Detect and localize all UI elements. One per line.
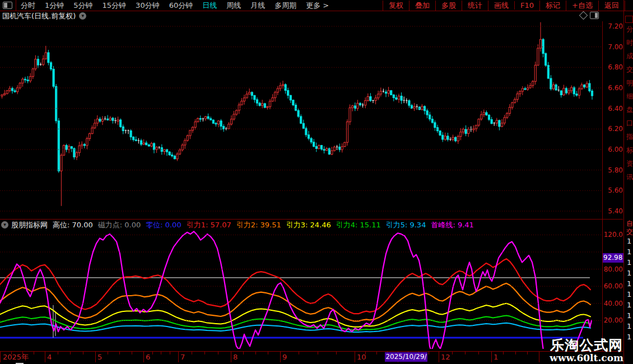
minor-tick [478, 352, 479, 354]
strip-glyph: 时 [626, 39, 633, 46]
indicator-tick-label: 60.00 [601, 283, 623, 290]
strip-glyph: 讯 [626, 174, 633, 180]
price-tick-label: 7.20 [604, 23, 623, 30]
indicator-param-9: 首峰线: 9.41 [431, 220, 473, 230]
strip-number: 1 [627, 280, 633, 287]
minor-tick [336, 352, 337, 354]
strip-number: 1 [627, 291, 633, 298]
month-tick [95, 352, 96, 362]
watermark-name: 乐淘公式网 [550, 338, 623, 353]
price-tick-label: 5.40 [604, 208, 623, 214]
month-label: 5 [97, 353, 102, 361]
month-label: 9 [282, 353, 287, 361]
strip-glyph: 明 [626, 80, 633, 86]
indicator-tick-label: 20.00 [601, 317, 623, 324]
indicator-tick-label: 40.00 [601, 300, 623, 307]
month-tick [280, 352, 281, 362]
month-tick [45, 352, 45, 362]
indicator-chevron-icon[interactable]: ▾ [1, 221, 8, 228]
month-label: 6 [146, 353, 150, 361]
minor-tick [119, 352, 120, 354]
minor-tick [515, 352, 516, 354]
price-tick-label: 6.00 [604, 146, 623, 153]
strip-button-icon[interactable] [625, 16, 633, 23]
month-label: 8 [233, 353, 238, 361]
strip-glyph: 交 [626, 66, 633, 73]
month-label: 12 [441, 353, 450, 361]
strip-glyph: 盘 [626, 106, 633, 113]
indicator-tick-label: 120.0 [601, 231, 623, 238]
minor-tick [527, 352, 528, 354]
strip-number: 1 [627, 259, 633, 266]
indicator-param-1: 高位: 70.00 [53, 220, 93, 230]
strip-glyph: 交 [626, 228, 633, 235]
minor-tick [318, 352, 318, 354]
indicator-param-5: 引力2: 39.51 [236, 220, 281, 230]
minor-tick [204, 352, 205, 354]
right-sidebar-strip[interactable]: 分时成交明细盘口指标资讯自交1111111111 [623, 0, 633, 364]
indicator-param-2: 磁力点: 0.00 [98, 220, 141, 230]
indicator-param-8: 引力5: 9.34 [386, 220, 426, 230]
minor-tick [255, 352, 256, 354]
price-tick-label: 6.20 [604, 125, 623, 132]
month-label: 2025年 [3, 353, 29, 361]
chart-canvas[interactable] [0, 0, 603, 363]
minor-tick [34, 352, 34, 354]
date-badge: 2025/10/29/三 [385, 352, 427, 362]
indicator-param-3: 零位: 0.00 [146, 220, 181, 230]
strip-glyph: 细 [626, 93, 633, 100]
month-label: 7 [180, 353, 185, 361]
price-tick-label: 7.00 [604, 44, 623, 50]
month-tick [143, 352, 144, 362]
watermark-url: www.60lt.com [550, 353, 623, 363]
time-axis: 2025年45678910121 2025/10/29/三 [0, 351, 623, 363]
watermark: 乐淘公式网 www.60lt.com [550, 338, 623, 363]
indicator-value-badge: 92.98 [603, 253, 624, 263]
price-tick-label: 5.60 [604, 187, 623, 194]
strip-glyph: 口 [626, 120, 633, 127]
price-tick-label: 6.40 [604, 105, 623, 112]
strip-glyph: 分 [626, 26, 633, 32]
month-label: 1 [494, 353, 498, 361]
month-tick [355, 352, 355, 362]
minor-tick [161, 352, 161, 354]
minor-tick [170, 352, 170, 354]
minor-tick [429, 352, 429, 354]
price-tick-label: 6.60 [604, 85, 623, 91]
minor-tick [192, 352, 192, 354]
month-tick [439, 352, 439, 362]
minor-tick [58, 352, 58, 354]
month-tick [0, 352, 1, 362]
strip-glyph: 资 [626, 160, 633, 167]
trading-app-window: 分时1分钟5分钟15分钟30分钟60分钟日线周线月线多周期更多 > 复权叠加多股… [0, 0, 633, 364]
minor-tick [243, 352, 244, 354]
strip-number: 1 [627, 301, 633, 309]
indicator-header: ▾ 股朋指标网 高位: 70.00磁力点: 0.00零位: 0.00引力1: 5… [0, 220, 602, 230]
indicator-tick-label: 80.00 [601, 266, 623, 273]
indicator-param-6: 引力3: 24.46 [286, 220, 331, 230]
indicator-param-4: 引力1: 57.07 [187, 220, 231, 230]
minor-tick [503, 352, 504, 354]
indicator-param-7: 引力4: 15.11 [336, 220, 381, 230]
month-tick [178, 352, 179, 362]
strip-number: 1 [627, 323, 633, 330]
minor-tick [299, 352, 299, 354]
strip-number: 1 [627, 312, 633, 319]
month-tick [539, 352, 539, 362]
month-tick [231, 352, 231, 362]
minor-tick [218, 352, 218, 354]
strip-glyph: 自 [626, 220, 633, 227]
price-tick-label: 6.80 [604, 64, 623, 71]
minor-tick [452, 352, 453, 354]
minor-tick [376, 352, 377, 354]
minor-tick [268, 352, 268, 354]
month-label: 10 [357, 353, 366, 361]
strip-number: 1 [627, 333, 633, 340]
minor-tick [70, 352, 71, 354]
indicator-name: 股朋指标网 [11, 220, 48, 230]
strip-glyph: 标 [626, 147, 633, 153]
strip-number: 1 [627, 248, 633, 255]
minor-tick [465, 352, 466, 354]
month-label: 4 [47, 353, 52, 361]
minor-tick [83, 352, 83, 354]
